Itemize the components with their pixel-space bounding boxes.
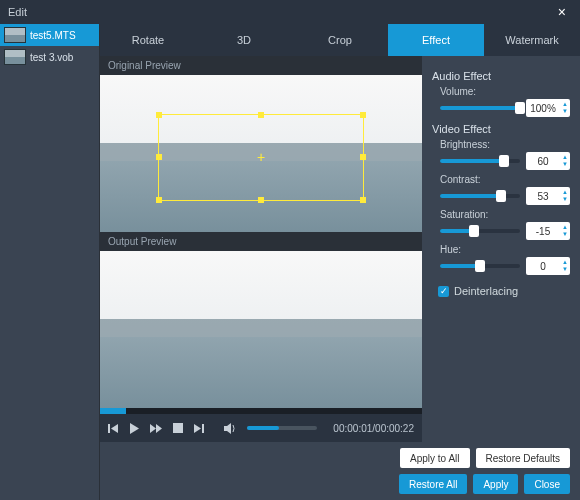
svg-marker-8 — [224, 423, 231, 434]
playback-controls: 00:00:01/00:00:22 — [100, 414, 422, 442]
close-button[interactable]: Close — [524, 474, 570, 494]
audio-effect-header: Audio Effect — [432, 70, 570, 82]
checkbox-checked-icon[interactable]: ✓ — [438, 286, 449, 297]
crop-handle[interactable] — [258, 112, 264, 118]
effect-panel: Audio Effect Volume: ▲▼ Video Effect Bri… — [422, 56, 580, 442]
crop-center-icon: + — [255, 151, 267, 163]
contrast-label: Contrast: — [440, 174, 570, 185]
file-name: test 3.vob — [30, 52, 73, 63]
spinner-up-icon[interactable]: ▲ — [560, 189, 570, 196]
volume-icon[interactable] — [224, 423, 237, 434]
brightness-slider[interactable] — [440, 159, 520, 163]
svg-marker-6 — [194, 424, 201, 433]
file-name: test5.MTS — [30, 30, 76, 41]
output-preview — [100, 251, 422, 408]
svg-marker-4 — [156, 424, 162, 433]
contrast-input[interactable]: ▲▼ — [526, 187, 570, 205]
hue-label: Hue: — [440, 244, 570, 255]
deinterlacing-label: Deinterlacing — [454, 285, 518, 297]
tab-3d[interactable]: 3D — [196, 24, 292, 56]
restore-defaults-button[interactable]: Restore Defaults — [476, 448, 570, 468]
crop-handle[interactable] — [258, 197, 264, 203]
tab-rotate[interactable]: Rotate — [100, 24, 196, 56]
file-thumb-icon — [4, 49, 26, 65]
hue-value[interactable] — [526, 261, 560, 272]
apply-to-all-button[interactable]: Apply to All — [400, 448, 469, 468]
spinner-down-icon[interactable]: ▼ — [560, 231, 570, 238]
volume-slider[interactable] — [247, 426, 317, 430]
brightness-input[interactable]: ▲▼ — [526, 152, 570, 170]
prev-icon[interactable] — [108, 423, 119, 434]
apply-button[interactable]: Apply — [473, 474, 518, 494]
spinner-up-icon[interactable]: ▲ — [560, 259, 570, 266]
seek-bar[interactable] — [100, 408, 422, 414]
svg-marker-3 — [150, 424, 156, 433]
svg-marker-1 — [111, 424, 118, 433]
file-item[interactable]: test 3.vob — [0, 46, 99, 68]
tab-crop[interactable]: Crop — [292, 24, 388, 56]
hue-input[interactable]: ▲▼ — [526, 257, 570, 275]
output-preview-label: Output Preview — [100, 232, 422, 251]
close-icon[interactable]: × — [552, 2, 572, 22]
tab-watermark[interactable]: Watermark — [484, 24, 580, 56]
play-icon[interactable] — [129, 423, 140, 434]
crop-handle[interactable] — [156, 154, 162, 160]
crop-handle[interactable] — [360, 112, 366, 118]
window-title: Edit — [8, 6, 27, 18]
crop-handle[interactable] — [360, 197, 366, 203]
video-effect-header: Video Effect — [432, 123, 570, 135]
time-display: 00:00:01/00:00:22 — [333, 423, 414, 434]
svg-rect-5 — [173, 423, 183, 433]
next-icon[interactable] — [193, 423, 204, 434]
file-thumb-icon — [4, 27, 26, 43]
crop-handle[interactable] — [156, 112, 162, 118]
spinner-up-icon[interactable]: ▲ — [560, 154, 570, 161]
saturation-value[interactable] — [526, 226, 560, 237]
spinner-down-icon[interactable]: ▼ — [560, 108, 570, 115]
spinner-down-icon[interactable]: ▼ — [560, 161, 570, 168]
deinterlacing-checkbox[interactable]: ✓ Deinterlacing — [438, 285, 570, 297]
preview-column: Original Preview + — [100, 56, 422, 442]
crop-handle[interactable] — [360, 154, 366, 160]
svg-rect-7 — [202, 424, 204, 433]
footer: Apply to All Restore Defaults Restore Al… — [100, 442, 580, 500]
spinner-up-icon[interactable]: ▲ — [560, 224, 570, 231]
spinner-up-icon[interactable]: ▲ — [560, 101, 570, 108]
file-sidebar: test5.MTS test 3.vob — [0, 24, 100, 500]
fast-forward-icon[interactable] — [150, 423, 163, 434]
brightness-value[interactable] — [526, 156, 560, 167]
titlebar: Edit × — [0, 0, 580, 24]
saturation-label: Saturation: — [440, 209, 570, 220]
crop-selection[interactable]: + — [158, 114, 364, 200]
file-item[interactable]: test5.MTS — [0, 24, 99, 46]
volume-input[interactable]: ▲▼ — [526, 99, 570, 117]
saturation-input[interactable]: ▲▼ — [526, 222, 570, 240]
contrast-slider[interactable] — [440, 194, 520, 198]
restore-all-button[interactable]: Restore All — [399, 474, 467, 494]
svg-rect-0 — [108, 424, 110, 433]
tab-effect[interactable]: Effect — [388, 24, 484, 56]
spinner-down-icon[interactable]: ▼ — [560, 196, 570, 203]
volume-slider[interactable] — [440, 106, 520, 110]
crop-handle[interactable] — [156, 197, 162, 203]
tab-bar: Rotate 3D Crop Effect Watermark — [100, 24, 580, 56]
volume-value[interactable] — [526, 103, 560, 114]
brightness-label: Brightness: — [440, 139, 570, 150]
saturation-slider[interactable] — [440, 229, 520, 233]
volume-label: Volume: — [440, 86, 570, 97]
contrast-value[interactable] — [526, 191, 560, 202]
stop-icon[interactable] — [173, 423, 183, 433]
spinner-down-icon[interactable]: ▼ — [560, 266, 570, 273]
hue-slider[interactable] — [440, 264, 520, 268]
svg-marker-2 — [130, 423, 139, 434]
original-preview[interactable]: + — [100, 75, 422, 232]
original-preview-label: Original Preview — [100, 56, 422, 75]
